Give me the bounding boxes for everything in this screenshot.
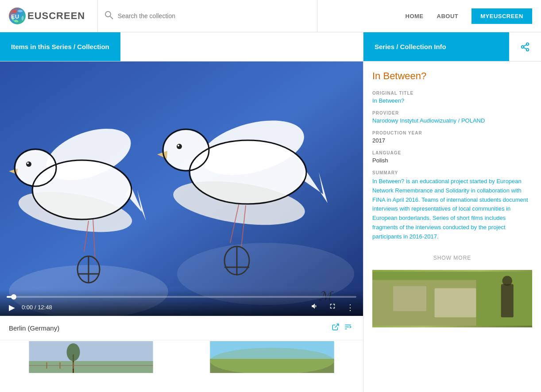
- video-player[interactable]: ℳ ▶ 0:00 / 12:48: [0, 61, 363, 316]
- share-button[interactable]: [509, 42, 541, 52]
- production-year-label: PRODUCTION YEAR: [372, 131, 532, 135]
- video-scene: ℳ: [0, 61, 363, 316]
- svg-rect-65: [393, 286, 426, 311]
- svg-rect-66: [435, 288, 476, 317]
- logo-area: EU EUSCREEN: [0, 8, 97, 24]
- nav-home[interactable]: HOME: [406, 13, 424, 19]
- controls-row: ▶ 0:00 / 12:48 ⋮: [7, 302, 356, 312]
- item-title-bar: Berlin (Germany): [0, 316, 363, 340]
- svg-point-15: [26, 161, 31, 167]
- svg-rect-49: [29, 361, 153, 373]
- collection-title: In Between?: [372, 70, 532, 82]
- tab-items-in-series[interactable]: Items in this Series / Collection: [0, 32, 120, 61]
- time-display: 0:00 / 12:48: [22, 304, 52, 311]
- svg-point-16: [27, 162, 29, 164]
- nav-area: HOME ABOUT MYEUSCREEN: [317, 0, 541, 32]
- summary-text: In Between? is an educational project st…: [372, 177, 532, 242]
- volume-button[interactable]: [309, 302, 321, 312]
- left-panel: ℳ ▶ 0:00 / 12:48: [0, 61, 363, 392]
- svg-point-27: [164, 130, 208, 170]
- summary-label: SUMMARY: [372, 170, 532, 175]
- video-controls: ▶ 0:00 / 12:48 ⋮: [0, 289, 363, 316]
- logo-text: EUSCREEN: [27, 10, 85, 22]
- tab-left: Items in this Series / Collection: [0, 32, 363, 61]
- fullscreen-button[interactable]: [326, 302, 339, 312]
- svg-line-8: [524, 44, 526, 46]
- svg-text:EU: EU: [11, 13, 19, 20]
- svg-line-3: [110, 16, 113, 19]
- production-year-value: 2017: [372, 137, 532, 144]
- svg-point-5: [522, 46, 524, 48]
- right-panel: In Between? ORIGINAL TITLE In Between? P…: [363, 61, 541, 392]
- nav-myeuscreen[interactable]: MYEUSCREEN: [471, 8, 532, 24]
- progress-thumb: [11, 294, 16, 300]
- sort-button[interactable]: [342, 323, 354, 333]
- svg-point-4: [526, 42, 529, 45]
- right-thumbnail[interactable]: [372, 270, 532, 327]
- ctrl-right: ⋮: [309, 302, 356, 312]
- svg-line-44: [335, 324, 339, 327]
- original-title-label: ORIGINAL TITLE: [372, 91, 532, 96]
- svg-point-29: [178, 145, 179, 146]
- logo: EU EUSCREEN: [9, 8, 85, 24]
- external-link-button[interactable]: [329, 323, 342, 333]
- provider-value: Narodowy Instytut Audiowizualny / POLAND: [372, 117, 532, 124]
- language-value: Polish: [372, 157, 532, 164]
- thumbnail-2[interactable]: [182, 341, 362, 373]
- search-area[interactable]: [97, 0, 317, 32]
- provider-label: PROVIDER: [372, 111, 532, 115]
- video-artwork: ℳ: [0, 61, 363, 316]
- svg-point-64: [502, 276, 512, 286]
- svg-line-7: [524, 47, 526, 49]
- thumbnail-1[interactable]: [1, 341, 181, 373]
- svg-point-6: [526, 48, 529, 51]
- thumbnails-row: [0, 340, 363, 374]
- search-icon: [104, 11, 113, 22]
- progress-fill: [7, 296, 14, 298]
- play-button[interactable]: ▶: [7, 303, 17, 312]
- nav-about[interactable]: ABOUT: [437, 13, 459, 19]
- more-options-button[interactable]: ⋮: [344, 303, 356, 312]
- svg-rect-63: [501, 284, 514, 317]
- header: EU EUSCREEN HOME ABOUT MYEUSCREEN: [0, 0, 541, 32]
- language-label: LANGUAGE: [372, 150, 532, 155]
- show-more-button[interactable]: SHOW MORE: [372, 250, 532, 265]
- svg-point-51: [67, 343, 80, 361]
- svg-point-28: [177, 144, 182, 149]
- main-content: ℳ ▶ 0:00 / 12:48: [0, 61, 541, 392]
- original-title-value: In Between?: [372, 97, 532, 104]
- progress-bar[interactable]: [7, 296, 356, 298]
- tab-collection-info[interactable]: Series / Collection Info: [363, 32, 509, 61]
- svg-rect-59: [210, 341, 334, 359]
- tab-bar: Items in this Series / Collection Series…: [0, 32, 541, 61]
- eu-badge: EU: [9, 8, 26, 24]
- item-title: Berlin (Germany): [9, 324, 329, 332]
- search-input[interactable]: [118, 12, 310, 19]
- svg-point-2: [105, 12, 111, 17]
- tab-right-bar: Series / Collection Info: [363, 32, 541, 61]
